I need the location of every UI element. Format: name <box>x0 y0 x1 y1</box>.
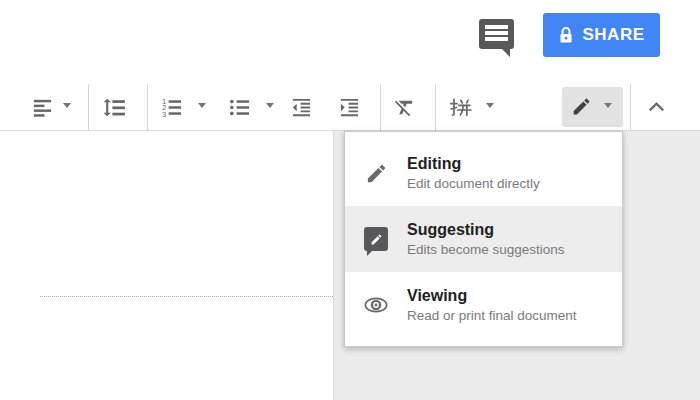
input-tools-icon[interactable] <box>449 96 472 119</box>
line-spacing-icon[interactable] <box>102 95 127 120</box>
clear-formatting-icon[interactable] <box>393 96 416 119</box>
menu-item-title: Viewing <box>407 287 577 305</box>
input-tools-dropdown-arrow[interactable] <box>486 103 494 108</box>
share-button-label: SHARE <box>582 25 644 45</box>
toolbar-separator <box>380 84 381 130</box>
eye-icon <box>363 292 389 318</box>
pencil-icon <box>363 160 389 186</box>
svg-text:3: 3 <box>162 110 166 119</box>
editing-mode-button[interactable] <box>562 87 623 127</box>
indent-decrease-icon[interactable] <box>290 96 313 119</box>
menu-item-subtitle: Edits become suggestions <box>407 242 565 257</box>
numbered-list-dropdown-arrow[interactable] <box>198 103 206 108</box>
toolbar-separator <box>630 84 631 130</box>
collapse-toolbar-caret-icon[interactable] <box>645 96 668 119</box>
align-dropdown-arrow[interactable] <box>63 103 71 108</box>
edit-mode-pencil-icon <box>571 96 592 117</box>
toolbar-separator <box>88 84 89 130</box>
bulleted-list-icon[interactable] <box>228 96 251 119</box>
indent-increase-icon[interactable] <box>338 96 361 119</box>
suggest-bubble-pencil-icon <box>363 226 389 252</box>
numbered-list-icon[interactable]: 1 2 3 <box>160 96 183 119</box>
menu-item-suggesting[interactable]: Suggesting Edits become suggestions <box>345 206 622 272</box>
menu-item-title: Editing <box>407 155 540 173</box>
page-dotted-divider <box>40 296 333 297</box>
share-button[interactable]: SHARE <box>543 13 660 57</box>
align-left-icon[interactable] <box>31 96 54 119</box>
toolbar: 1 2 3 <box>0 84 700 131</box>
menu-item-subtitle: Read or print final document <box>407 308 577 323</box>
comments-button[interactable] <box>479 19 514 49</box>
toolbar-separator <box>435 84 436 130</box>
bulleted-list-dropdown-arrow[interactable] <box>266 103 274 108</box>
menu-item-subtitle: Edit document directly <box>407 176 540 191</box>
menu-item-viewing[interactable]: Viewing Read or print final document <box>345 272 622 338</box>
toolbar-separator <box>147 84 148 130</box>
menu-item-editing[interactable]: Editing Edit document directly <box>345 140 622 206</box>
menu-item-title: Suggesting <box>407 221 565 239</box>
lock-icon <box>558 26 574 44</box>
app-window: SHARE 1 2 3 <box>0 0 700 400</box>
mode-dropdown-arrow <box>604 103 612 108</box>
editing-mode-menu: Editing Edit document directly Suggestin… <box>344 131 623 347</box>
